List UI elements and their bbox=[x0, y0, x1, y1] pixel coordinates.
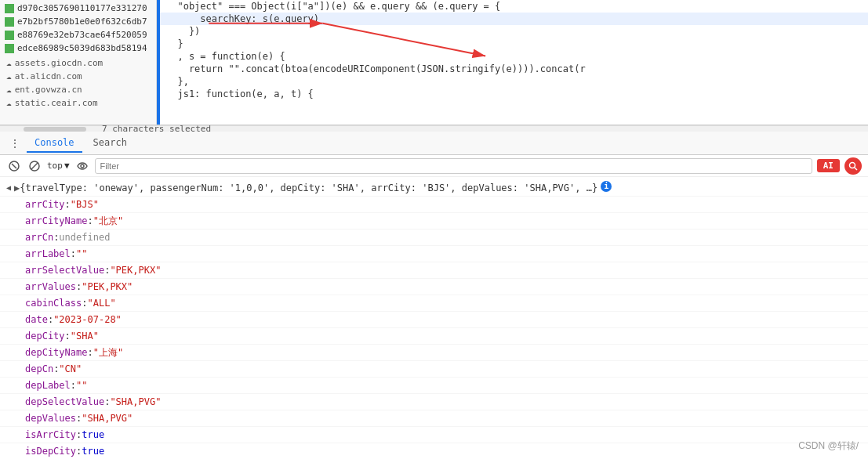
code-area: "object" === Object(i["a"])(e) && e.quer… bbox=[160, 0, 868, 125]
console-property-line: date: "2023-07-28" bbox=[0, 312, 868, 328]
console-property-line: arrValues: "PEK,PKX" bbox=[0, 279, 868, 295]
cloud-item[interactable]: ☁static.ceair.com bbox=[0, 96, 156, 110]
cloud-icon: ☁ bbox=[6, 85, 12, 95]
svg-line-10 bbox=[855, 167, 858, 170]
svg-point-8 bbox=[81, 164, 84, 168]
ban-icon-button[interactable] bbox=[27, 158, 42, 174]
console-property-line: depValues: "SHA,PVG" bbox=[0, 410, 868, 427]
eye-icon-button[interactable] bbox=[74, 158, 90, 174]
cloud-item[interactable]: ☁ent.govwza.cn bbox=[0, 83, 156, 96]
file-item[interactable]: e7b2bf5780b1e0e0f632c6db7 bbox=[0, 15, 156, 28]
console-output: ◀ ▶ {travelType: 'oneway', passengerNum:… bbox=[0, 177, 868, 459]
file-item[interactable]: d970c3057690110177e331270 bbox=[0, 2, 156, 15]
code-line: , s = function(e) { bbox=[160, 50, 868, 63]
code-line: return "".concat(btoa(encodeURIComponent… bbox=[160, 63, 868, 75]
file-icon bbox=[5, 4, 14, 13]
code-line: } bbox=[160, 38, 868, 50]
watermark: CSDN @轩辕/ bbox=[798, 439, 859, 453]
file-item[interactable]: e88769e32eb73cae64f520059 bbox=[0, 28, 156, 42]
search-button[interactable] bbox=[844, 157, 862, 175]
console-property-line: depCityName: "上海" bbox=[0, 345, 868, 361]
clear-console-button[interactable] bbox=[6, 158, 22, 174]
code-line: searchKey: s(e.query) bbox=[160, 13, 868, 25]
cloud-icon: ☁ bbox=[6, 71, 12, 81]
console-property-line: depSelectValue: "SHA,PVG" bbox=[0, 394, 868, 410]
file-icon bbox=[5, 31, 14, 40]
svg-line-7 bbox=[31, 163, 38, 169]
code-line: js1: function(e, a, t) { bbox=[160, 88, 868, 100]
console-toolbar: top ▼ AI bbox=[0, 155, 868, 177]
object-summary: {travelType: 'oneway', passengerNum: '1,… bbox=[20, 181, 597, 195]
cloud-item[interactable]: ☁at.alicdn.com bbox=[0, 70, 156, 83]
code-line: }, bbox=[160, 75, 868, 88]
cloud-item[interactable]: ☁assets.giocdn.com bbox=[0, 56, 156, 70]
file-icon bbox=[5, 44, 14, 53]
console-property-line: arrSelectValue: "PEK,PKX" bbox=[0, 262, 868, 279]
expand-icon[interactable]: ◀ bbox=[6, 181, 11, 195]
console-property-line: cabinClass: "ALL" bbox=[0, 295, 868, 312]
svg-point-9 bbox=[850, 162, 855, 168]
svg-line-5 bbox=[12, 164, 16, 168]
console-object-line[interactable]: ◀ ▶ {travelType: 'oneway', passengerNum:… bbox=[0, 180, 868, 197]
file-list: d970c3057690110177e331270e7b2bf5780b1e0e… bbox=[0, 0, 157, 125]
console-property-line: depCity: "SHA" bbox=[0, 328, 868, 345]
scrollbar-thumb[interactable] bbox=[24, 127, 86, 132]
cloud-icon: ☁ bbox=[6, 98, 12, 108]
console-property-line: depLabel: "" bbox=[0, 378, 868, 394]
file-item[interactable]: edce86989c5039d683bd58194 bbox=[0, 42, 156, 55]
console-property-line: isDepCity: true bbox=[0, 443, 868, 459]
tab-console[interactable]: Console bbox=[27, 134, 82, 153]
console-property-line: arrCn: undefined bbox=[0, 230, 868, 246]
file-icon bbox=[5, 17, 14, 27]
code-line: }) bbox=[160, 25, 868, 38]
console-property-line: isArrCity: true bbox=[0, 427, 868, 443]
console-tabs-bar: ⋮ ConsoleSearch bbox=[0, 132, 868, 155]
info-icon[interactable]: i bbox=[601, 181, 612, 192]
code-line: "object" === Object(i["a"])(e) && e.quer… bbox=[160, 0, 868, 13]
horizontal-scrollbar[interactable]: 7 characters selected bbox=[0, 125, 868, 132]
console-property-line: arrLabel: "" bbox=[0, 246, 868, 262]
panel-menu-icon[interactable]: ⋮ bbox=[6, 136, 24, 151]
tab-search[interactable]: Search bbox=[85, 134, 135, 153]
console-property-line: depCn: "CN" bbox=[0, 361, 868, 378]
console-property-line: arrCity: "BJS" bbox=[0, 197, 868, 213]
console-property-line: arrCityName: "北京" bbox=[0, 213, 868, 230]
cloud-icon: ☁ bbox=[6, 58, 12, 68]
ai-button[interactable]: AI bbox=[817, 159, 840, 172]
console-filter-input[interactable] bbox=[95, 158, 812, 174]
context-level-select[interactable]: top ▼ bbox=[47, 161, 70, 171]
